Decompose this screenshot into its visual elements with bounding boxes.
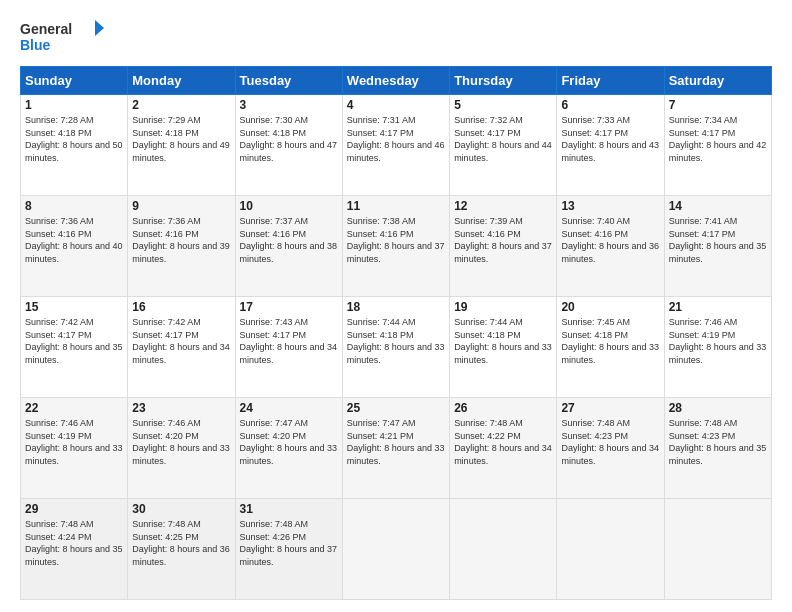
cell-details: Sunrise: 7:41 AMSunset: 4:17 PMDaylight:…: [669, 216, 767, 264]
calendar-cell: 13Sunrise: 7:40 AMSunset: 4:16 PMDayligh…: [557, 196, 664, 297]
calendar-cell: 17Sunrise: 7:43 AMSunset: 4:17 PMDayligh…: [235, 297, 342, 398]
day-number: 19: [454, 300, 552, 314]
calendar-table: SundayMondayTuesdayWednesdayThursdayFrid…: [20, 66, 772, 600]
cell-details: Sunrise: 7:40 AMSunset: 4:16 PMDaylight:…: [561, 216, 659, 264]
cell-details: Sunrise: 7:45 AMSunset: 4:18 PMDaylight:…: [561, 317, 659, 365]
cell-details: Sunrise: 7:48 AMSunset: 4:24 PMDaylight:…: [25, 519, 123, 567]
calendar-week-row: 29Sunrise: 7:48 AMSunset: 4:24 PMDayligh…: [21, 499, 772, 600]
day-of-week-header: Tuesday: [235, 67, 342, 95]
day-number: 23: [132, 401, 230, 415]
calendar-cell: 20Sunrise: 7:45 AMSunset: 4:18 PMDayligh…: [557, 297, 664, 398]
cell-details: Sunrise: 7:37 AMSunset: 4:16 PMDaylight:…: [240, 216, 338, 264]
cell-details: Sunrise: 7:48 AMSunset: 4:26 PMDaylight:…: [240, 519, 338, 567]
day-number: 17: [240, 300, 338, 314]
calendar-cell: [450, 499, 557, 600]
day-of-week-header: Friday: [557, 67, 664, 95]
day-number: 1: [25, 98, 123, 112]
svg-text:Blue: Blue: [20, 37, 51, 53]
calendar-cell: 7Sunrise: 7:34 AMSunset: 4:17 PMDaylight…: [664, 95, 771, 196]
day-number: 20: [561, 300, 659, 314]
day-number: 24: [240, 401, 338, 415]
calendar-week-row: 1Sunrise: 7:28 AMSunset: 4:18 PMDaylight…: [21, 95, 772, 196]
day-of-week-header: Thursday: [450, 67, 557, 95]
day-of-week-header: Sunday: [21, 67, 128, 95]
calendar-cell: 14Sunrise: 7:41 AMSunset: 4:17 PMDayligh…: [664, 196, 771, 297]
calendar-week-row: 15Sunrise: 7:42 AMSunset: 4:17 PMDayligh…: [21, 297, 772, 398]
cell-details: Sunrise: 7:36 AMSunset: 4:16 PMDaylight:…: [25, 216, 123, 264]
cell-details: Sunrise: 7:46 AMSunset: 4:19 PMDaylight:…: [669, 317, 767, 365]
calendar-cell: 8Sunrise: 7:36 AMSunset: 4:16 PMDaylight…: [21, 196, 128, 297]
cell-details: Sunrise: 7:42 AMSunset: 4:17 PMDaylight:…: [25, 317, 123, 365]
page: General Blue SundayMondayTuesdayWednesda…: [0, 0, 792, 612]
cell-details: Sunrise: 7:31 AMSunset: 4:17 PMDaylight:…: [347, 115, 445, 163]
calendar-cell: 9Sunrise: 7:36 AMSunset: 4:16 PMDaylight…: [128, 196, 235, 297]
calendar-cell: 6Sunrise: 7:33 AMSunset: 4:17 PMDaylight…: [557, 95, 664, 196]
cell-details: Sunrise: 7:47 AMSunset: 4:20 PMDaylight:…: [240, 418, 338, 466]
day-number: 9: [132, 199, 230, 213]
cell-details: Sunrise: 7:47 AMSunset: 4:21 PMDaylight:…: [347, 418, 445, 466]
calendar-cell: 5Sunrise: 7:32 AMSunset: 4:17 PMDaylight…: [450, 95, 557, 196]
day-number: 10: [240, 199, 338, 213]
cell-details: Sunrise: 7:34 AMSunset: 4:17 PMDaylight:…: [669, 115, 767, 163]
day-number: 13: [561, 199, 659, 213]
svg-text:General: General: [20, 21, 72, 37]
calendar-cell: 2Sunrise: 7:29 AMSunset: 4:18 PMDaylight…: [128, 95, 235, 196]
cell-details: Sunrise: 7:39 AMSunset: 4:16 PMDaylight:…: [454, 216, 552, 264]
day-number: 16: [132, 300, 230, 314]
day-number: 27: [561, 401, 659, 415]
cell-details: Sunrise: 7:30 AMSunset: 4:18 PMDaylight:…: [240, 115, 338, 163]
cell-details: Sunrise: 7:48 AMSunset: 4:23 PMDaylight:…: [669, 418, 767, 466]
day-number: 4: [347, 98, 445, 112]
calendar-cell: 29Sunrise: 7:48 AMSunset: 4:24 PMDayligh…: [21, 499, 128, 600]
calendar-cell: 24Sunrise: 7:47 AMSunset: 4:20 PMDayligh…: [235, 398, 342, 499]
cell-details: Sunrise: 7:32 AMSunset: 4:17 PMDaylight:…: [454, 115, 552, 163]
logo-svg: General Blue: [20, 16, 110, 56]
calendar-cell: 25Sunrise: 7:47 AMSunset: 4:21 PMDayligh…: [342, 398, 449, 499]
day-of-week-header: Wednesday: [342, 67, 449, 95]
calendar-cell: 21Sunrise: 7:46 AMSunset: 4:19 PMDayligh…: [664, 297, 771, 398]
calendar-cell: 12Sunrise: 7:39 AMSunset: 4:16 PMDayligh…: [450, 196, 557, 297]
day-of-week-header: Monday: [128, 67, 235, 95]
calendar-cell: 22Sunrise: 7:46 AMSunset: 4:19 PMDayligh…: [21, 398, 128, 499]
day-number: 31: [240, 502, 338, 516]
cell-details: Sunrise: 7:43 AMSunset: 4:17 PMDaylight:…: [240, 317, 338, 365]
calendar-cell: 19Sunrise: 7:44 AMSunset: 4:18 PMDayligh…: [450, 297, 557, 398]
logo: General Blue: [20, 16, 110, 56]
cell-details: Sunrise: 7:46 AMSunset: 4:19 PMDaylight:…: [25, 418, 123, 466]
calendar-cell: 28Sunrise: 7:48 AMSunset: 4:23 PMDayligh…: [664, 398, 771, 499]
header: General Blue: [20, 16, 772, 56]
cell-details: Sunrise: 7:38 AMSunset: 4:16 PMDaylight:…: [347, 216, 445, 264]
day-number: 7: [669, 98, 767, 112]
day-number: 6: [561, 98, 659, 112]
cell-details: Sunrise: 7:36 AMSunset: 4:16 PMDaylight:…: [132, 216, 230, 264]
calendar-cell: [342, 499, 449, 600]
calendar-cell: 23Sunrise: 7:46 AMSunset: 4:20 PMDayligh…: [128, 398, 235, 499]
cell-details: Sunrise: 7:46 AMSunset: 4:20 PMDaylight:…: [132, 418, 230, 466]
calendar-week-row: 8Sunrise: 7:36 AMSunset: 4:16 PMDaylight…: [21, 196, 772, 297]
day-number: 25: [347, 401, 445, 415]
cell-details: Sunrise: 7:44 AMSunset: 4:18 PMDaylight:…: [454, 317, 552, 365]
day-number: 22: [25, 401, 123, 415]
cell-details: Sunrise: 7:44 AMSunset: 4:18 PMDaylight:…: [347, 317, 445, 365]
calendar-cell: 30Sunrise: 7:48 AMSunset: 4:25 PMDayligh…: [128, 499, 235, 600]
day-number: 3: [240, 98, 338, 112]
calendar-cell: [664, 499, 771, 600]
cell-details: Sunrise: 7:28 AMSunset: 4:18 PMDaylight:…: [25, 115, 123, 163]
calendar-cell: 27Sunrise: 7:48 AMSunset: 4:23 PMDayligh…: [557, 398, 664, 499]
cell-details: Sunrise: 7:48 AMSunset: 4:22 PMDaylight:…: [454, 418, 552, 466]
cell-details: Sunrise: 7:33 AMSunset: 4:17 PMDaylight:…: [561, 115, 659, 163]
day-number: 11: [347, 199, 445, 213]
day-number: 2: [132, 98, 230, 112]
day-number: 5: [454, 98, 552, 112]
cell-details: Sunrise: 7:48 AMSunset: 4:25 PMDaylight:…: [132, 519, 230, 567]
cell-details: Sunrise: 7:42 AMSunset: 4:17 PMDaylight:…: [132, 317, 230, 365]
calendar-cell: 26Sunrise: 7:48 AMSunset: 4:22 PMDayligh…: [450, 398, 557, 499]
calendar-cell: 11Sunrise: 7:38 AMSunset: 4:16 PMDayligh…: [342, 196, 449, 297]
svg-marker-3: [95, 20, 104, 36]
day-number: 8: [25, 199, 123, 213]
day-number: 30: [132, 502, 230, 516]
calendar-cell: 3Sunrise: 7:30 AMSunset: 4:18 PMDaylight…: [235, 95, 342, 196]
day-number: 26: [454, 401, 552, 415]
day-of-week-header: Saturday: [664, 67, 771, 95]
cell-details: Sunrise: 7:48 AMSunset: 4:23 PMDaylight:…: [561, 418, 659, 466]
